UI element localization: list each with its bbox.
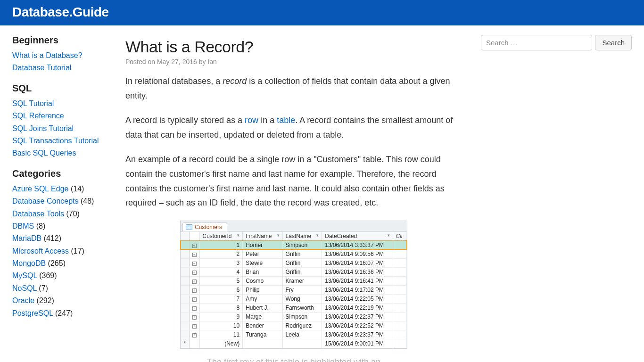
- db-cell-extra: [393, 321, 406, 330]
- db-cell-extra: [393, 330, 406, 339]
- category-count: (247): [53, 309, 73, 317]
- db-screenshot: Customers CustomerId▾FirstName▾LastName▾…: [180, 221, 407, 349]
- category-count: (369): [37, 272, 57, 280]
- category-count: (7): [37, 284, 48, 292]
- search-button[interactable]: Search: [595, 35, 632, 50]
- db-row: +8Hubert J.Farnsworth13/06/2014 9:22:19 …: [181, 303, 407, 312]
- db-cell-id: 7: [199, 294, 243, 303]
- db-cell-last: Leela: [282, 330, 322, 339]
- sidebar-item: MongoDB (265): [12, 257, 107, 270]
- db-column-header: LastName▾: [282, 231, 322, 240]
- db-cell-id: 6: [199, 285, 243, 294]
- db-row: +3StewieGriffin13/06/2014 9:16:07 PM: [181, 258, 407, 267]
- sidebar-link[interactable]: MongoDB: [12, 259, 46, 267]
- sidebar-link[interactable]: SQL Reference: [12, 112, 64, 120]
- sidebar-item: DBMS (8): [12, 220, 107, 232]
- sidebar-link[interactable]: Microsoft Access: [12, 247, 69, 255]
- db-row: +7AmyWong13/06/2014 9:22:05 PM: [181, 294, 407, 303]
- sidebar-item: Microsoft Access (17): [12, 245, 107, 257]
- p2-text-b: in a: [258, 115, 277, 125]
- sidebar-link[interactable]: NoSQL: [12, 284, 37, 292]
- db-cell-date: 13/06/2014 9:16:07 PM: [322, 258, 393, 267]
- meta-author-link[interactable]: Ian: [207, 58, 216, 66]
- expand-icon: +: [192, 297, 197, 302]
- db-row: +4BrianGriffin13/06/2014 9:16:36 PM: [181, 267, 407, 276]
- sidebar-item: Oracle (292): [12, 295, 107, 307]
- sidebar-nav: BeginnersWhat is a Database?Database Tut…: [12, 35, 107, 362]
- sidebar-link[interactable]: SQL Tutorial: [12, 99, 54, 107]
- p2-text-a: A record is typically stored as a: [125, 115, 245, 125]
- db-new-label: (New): [199, 339, 243, 348]
- search-form: Search: [481, 35, 632, 50]
- sidebar-link[interactable]: SQL Joins Tutorial: [12, 124, 74, 132]
- category-count: (412): [41, 234, 61, 242]
- db-cell-id: 3: [199, 258, 243, 267]
- dropdown-icon: ▾: [277, 233, 280, 238]
- dropdown-icon: ▾: [388, 233, 390, 238]
- sidebar-link[interactable]: What is a Database?: [12, 51, 83, 59]
- db-cell-extra: [393, 294, 406, 303]
- db-cell-date: 13/06/2014 9:22:52 PM: [322, 321, 393, 330]
- sidebar-item: MariaDB (412): [12, 232, 107, 245]
- sidebar-link[interactable]: Database Tools: [12, 210, 64, 218]
- db-cell-first: Turanga: [243, 330, 282, 339]
- db-cell-extra: [393, 303, 406, 312]
- db-cell-first: Philip: [243, 285, 282, 294]
- db-cell-date: 13/06/2014 3:33:37 PM: [322, 240, 393, 249]
- table-link[interactable]: table: [277, 115, 295, 125]
- search-input[interactable]: [481, 35, 592, 50]
- dropdown-icon: ▾: [237, 233, 239, 238]
- sidebar-link[interactable]: PostgreSQL: [12, 309, 53, 317]
- sidebar-link[interactable]: SQL Transactions Tutorial: [12, 137, 99, 145]
- sidebar-link[interactable]: MySQL: [12, 272, 37, 280]
- db-cell-extra: [393, 258, 406, 267]
- db-cell-extra: [393, 312, 406, 321]
- db-cell-extra: [393, 240, 406, 249]
- sidebar-item: Database Tutorial: [12, 62, 107, 74]
- site-header: Database.Guide: [0, 0, 644, 25]
- db-cell-first: Brian: [243, 267, 282, 276]
- db-cell-extra: [393, 285, 406, 294]
- db-cell-first: Peter: [243, 249, 282, 258]
- dropdown-icon: ▾: [316, 233, 319, 238]
- db-cell-date: 13/06/2014 9:16:36 PM: [322, 267, 393, 276]
- db-new-date: 15/06/2014 9:00:01 PM: [322, 339, 393, 348]
- figure-caption-partial: The first row of this table is highlight…: [125, 357, 462, 362]
- sidebar-link[interactable]: Oracle: [12, 296, 34, 304]
- sidebar-link[interactable]: Database Concepts: [12, 197, 79, 205]
- sidebar-item: Azure SQL Edge (14): [12, 183, 107, 195]
- db-cell-first: Stewie: [243, 258, 282, 267]
- sidebar-link[interactable]: Azure SQL Edge: [12, 185, 68, 193]
- sidebar-link[interactable]: DBMS: [12, 222, 34, 230]
- db-cell-id: 8: [199, 303, 243, 312]
- expand-icon: +: [192, 306, 197, 311]
- right-column: Search: [481, 35, 632, 362]
- db-column-header: FirstName▾: [243, 231, 282, 240]
- sidebar-link[interactable]: MariaDB: [12, 234, 41, 242]
- sidebar-item: Basic SQL Queries: [12, 147, 107, 159]
- db-tab: Customers: [182, 222, 227, 231]
- sidebar-link[interactable]: Database Tutorial: [12, 64, 71, 72]
- db-cell-id: 1: [199, 240, 243, 249]
- db-column-header: DateCreated▾: [322, 231, 393, 240]
- db-cell-date: 13/06/2014 9:22:37 PM: [322, 312, 393, 321]
- row-link[interactable]: row: [245, 115, 258, 125]
- meta-date-link[interactable]: May 27, 2016: [157, 58, 197, 66]
- meta-by-prefix: by: [197, 58, 208, 66]
- db-tab-bar: Customers: [181, 221, 407, 231]
- db-cell-first: Hubert J.: [243, 303, 282, 312]
- db-cell-id: 11: [199, 330, 243, 339]
- site-title-link[interactable]: Database.Guide: [12, 5, 109, 19]
- db-cell-date: 13/06/2014 9:09:56 PM: [322, 249, 393, 258]
- sidebar-heading: Categories: [12, 168, 107, 179]
- db-row: +9MargeSimpson13/06/2014 9:22:37 PM: [181, 312, 407, 321]
- db-cell-first: Homer: [243, 240, 282, 249]
- p1-em: record: [223, 76, 247, 86]
- db-new-row: * (New) 15/06/2014 9:00:01 PM: [181, 339, 407, 348]
- meta-posted-prefix: Posted on: [125, 58, 157, 66]
- db-cell-last: Simpson: [282, 240, 322, 249]
- sidebar-link[interactable]: Basic SQL Queries: [12, 149, 76, 157]
- db-row: +6PhilipFry13/06/2014 9:17:02 PM: [181, 285, 407, 294]
- db-row: +2PeterGriffin13/06/2014 9:09:56 PM: [181, 249, 407, 258]
- db-row: +11TurangaLeela13/06/2014 9:23:37 PM: [181, 330, 407, 339]
